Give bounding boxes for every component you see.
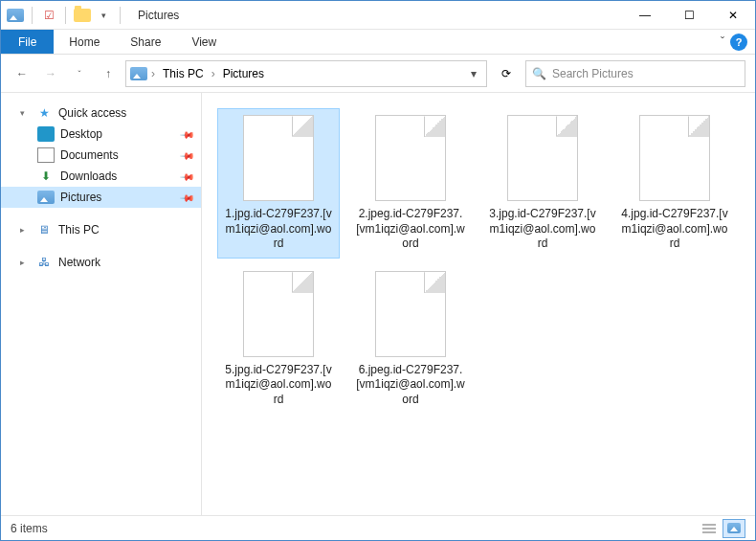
window-controls: — ☐ ✕ (623, 1, 755, 30)
sidebar-item-label: Network (58, 256, 100, 269)
blank-file-icon (243, 115, 314, 201)
desktop-icon (37, 126, 55, 142)
blank-file-icon (375, 115, 446, 201)
sidebar-item-label: Downloads (60, 169, 117, 183)
tab-view[interactable]: View (176, 30, 232, 54)
view-switcher (698, 519, 745, 538)
search-box[interactable]: 🔍 (525, 60, 745, 87)
blank-file-icon (507, 115, 578, 201)
search-input[interactable] (552, 67, 739, 80)
sidebar-quick-access[interactable]: ▾ ★ Quick access (1, 102, 201, 124)
forward-button[interactable]: → (39, 62, 62, 85)
sidebar-item-documents[interactable]: Documents 📌 (1, 145, 201, 166)
tab-home[interactable]: Home (54, 30, 115, 54)
pictures-icon (37, 190, 55, 205)
pin-icon: 📌 (180, 147, 195, 163)
refresh-button[interactable]: ⟳ (493, 60, 520, 87)
chevron-down-icon[interactable]: ▾ (20, 108, 30, 118)
file-name: 2.jpeg.id-C279F237.[vm1iqzi@aol.com].wor… (356, 207, 465, 252)
address-bar[interactable]: › This PC › Pictures ▾ (125, 60, 487, 87)
item-count: 6 items (11, 522, 48, 535)
address-dropdown-icon[interactable]: ▾ (465, 67, 482, 80)
file-item[interactable]: 1.jpg.id-C279F237.[vm1iqzi@aol.com].word (217, 108, 340, 259)
breadcrumb-this-pc[interactable]: This PC (159, 65, 208, 82)
file-name: 3.jpg.id-C279F237.[vm1iqzi@aol.com].word (488, 207, 597, 252)
file-item[interactable]: 3.jpg.id-C279F237.[vm1iqzi@aol.com].word (481, 108, 604, 259)
pin-icon: 📌 (180, 126, 195, 142)
properties-icon[interactable]: ☑ (40, 7, 57, 24)
pin-icon: 📌 (180, 169, 195, 184)
file-name: 1.jpg.id-C279F237.[vm1iqzi@aol.com].word (224, 207, 333, 252)
sidebar-this-pc[interactable]: ▸ 🖥 This PC (1, 219, 201, 240)
sidebar-item-label: Quick access (58, 106, 126, 120)
ribbon: File Home Share View ˇ ? (1, 30, 755, 55)
file-name: 4.jpg.id-C279F237.[vm1iqzi@aol.com].word (620, 207, 729, 252)
minimize-button[interactable]: — (623, 1, 667, 30)
separator (120, 7, 121, 24)
status-bar: 6 items (1, 515, 755, 540)
blank-file-icon (639, 115, 710, 201)
maximize-button[interactable]: ☐ (667, 1, 711, 30)
recent-locations-button[interactable]: ˇ (68, 62, 91, 85)
back-button[interactable]: ← (11, 62, 33, 85)
file-name: 6.jpeg.id-C279F237.[vm1iqzi@aol.com].wor… (356, 363, 465, 408)
file-list[interactable]: 1.jpg.id-C279F237.[vm1iqzi@aol.com].word… (202, 93, 755, 515)
thumbnails-icon (727, 523, 741, 533)
sidebar-item-label: Desktop (60, 127, 102, 141)
chevron-right-icon[interactable]: › (151, 67, 155, 80)
file-tab[interactable]: File (1, 30, 54, 54)
expand-ribbon-icon[interactable]: ˇ (721, 35, 724, 49)
computer-icon: 🖥 (35, 222, 53, 237)
blank-file-icon (375, 271, 446, 357)
separator (32, 7, 33, 24)
file-item[interactable]: 4.jpg.id-C279F237.[vm1iqzi@aol.com].word (613, 108, 736, 259)
details-icon (702, 523, 716, 534)
separator (65, 7, 66, 24)
quick-access-toolbar: ☑ ▾ Pictures (1, 7, 179, 24)
navigation-pane[interactable]: ▾ ★ Quick access Desktop 📌 Documents 📌 ⬇… (1, 93, 202, 515)
ribbon-right: ˇ ? (721, 30, 747, 54)
blank-file-icon (243, 271, 314, 357)
breadcrumb-pictures[interactable]: Pictures (219, 65, 268, 82)
chevron-right-icon[interactable]: ▸ (20, 225, 30, 235)
explorer-window: ☑ ▾ Pictures — ☐ ✕ File Home Share View … (0, 0, 756, 541)
close-button[interactable]: ✕ (711, 1, 755, 30)
chevron-right-icon[interactable]: › (211, 67, 215, 80)
star-icon: ★ (35, 105, 53, 121)
sidebar-item-label: This PC (58, 223, 100, 237)
up-button[interactable]: ↑ (97, 62, 120, 85)
file-item[interactable]: 2.jpeg.id-C279F237.[vm1iqzi@aol.com].wor… (349, 108, 472, 259)
sidebar-item-label: Pictures (60, 191, 101, 204)
download-icon: ⬇ (37, 169, 55, 184)
file-item[interactable]: 5.jpg.id-C279F237.[vm1iqzi@aol.com].word (217, 264, 340, 415)
sidebar-item-downloads[interactable]: ⬇ Downloads 📌 (1, 166, 201, 187)
qat-dropdown-icon[interactable]: ▾ (95, 7, 112, 24)
location-icon (130, 65, 147, 82)
navigation-bar: ← → ˇ ↑ › This PC › Pictures ▾ ⟳ 🔍 (1, 55, 755, 93)
app-icon (7, 7, 24, 24)
titlebar: ☑ ▾ Pictures — ☐ ✕ (1, 1, 755, 30)
new-folder-icon[interactable] (74, 7, 91, 24)
network-icon: 🖧 (35, 255, 53, 270)
sidebar-item-label: Documents (60, 148, 119, 162)
file-name: 5.jpg.id-C279F237.[vm1iqzi@aol.com].word (224, 363, 333, 408)
thumbnails-view-button[interactable] (723, 519, 745, 538)
document-icon (37, 147, 55, 163)
chevron-right-icon[interactable]: ▸ (20, 258, 30, 267)
window-title: Pictures (138, 9, 179, 22)
tab-share[interactable]: Share (115, 30, 176, 54)
file-item[interactable]: 6.jpeg.id-C279F237.[vm1iqzi@aol.com].wor… (349, 264, 472, 415)
details-view-button[interactable] (698, 519, 721, 538)
sidebar-item-desktop[interactable]: Desktop 📌 (1, 124, 201, 145)
help-icon[interactable]: ? (730, 34, 747, 51)
body: ▾ ★ Quick access Desktop 📌 Documents 📌 ⬇… (1, 93, 755, 515)
sidebar-item-pictures[interactable]: Pictures 📌 (1, 187, 201, 208)
search-icon: 🔍 (532, 67, 546, 80)
pin-icon: 📌 (180, 190, 195, 205)
sidebar-network[interactable]: ▸ 🖧 Network (1, 252, 201, 273)
